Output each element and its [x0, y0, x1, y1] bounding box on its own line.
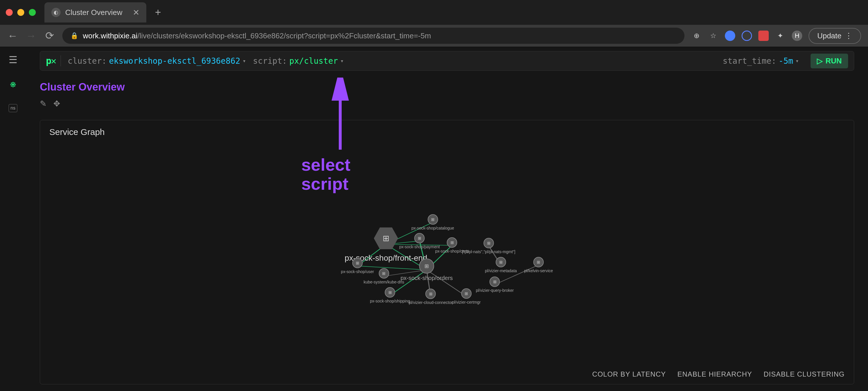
new-tab-button[interactable]: + — [155, 6, 161, 19]
main-content: p✕ cluster: eksworkshop-eksctl_6936e862 … — [26, 47, 868, 391]
service-graph-panel: Service Graph select script ⊞px-sock-sho… — [40, 120, 854, 384]
graph-node[interactable]: ⊞pl/vizier-certmgr — [452, 288, 481, 304]
node-label: pl/kelvin-service — [524, 268, 553, 273]
service-icon: ⊞ — [447, 237, 457, 248]
window-maximize-icon[interactable] — [29, 9, 36, 16]
move-icon[interactable]: ✥ — [53, 99, 60, 108]
service-icon: ⊞ — [352, 258, 363, 268]
service-icon: ⊞ — [374, 226, 398, 251]
node-label: pl/vizier-metadata — [485, 268, 517, 273]
graph-node[interactable]: ⊞px-sock-shop/catalogue — [411, 214, 454, 230]
script-label: script: — [253, 56, 287, 66]
address-bar[interactable]: 🔒 work.withpixie.ai/live/clusters/ekswor… — [62, 28, 684, 44]
enable-hierarchy-button[interactable]: ENABLE HIERARCHY — [678, 370, 752, 378]
graph-edges — [40, 144, 854, 364]
traffic-lights — [6, 9, 36, 16]
node-label: pl/vizier-certmgr — [452, 300, 481, 304]
service-icon: ⊞ — [490, 276, 500, 287]
service-icon: ⊞ — [496, 257, 506, 267]
play-icon: ▷ — [817, 57, 823, 65]
window-close-icon[interactable] — [6, 9, 13, 16]
graph-node[interactable]: ⊞["pl/pl-nats","pl/pl-nats-mgmt"] — [462, 238, 516, 254]
cluster-selector[interactable]: cluster: eksworkshop-eksctl_6936e862 ▾ — [68, 56, 246, 66]
update-button[interactable]: Update ⋮ — [809, 28, 861, 44]
service-icon: ⊞ — [533, 257, 544, 267]
page-actions: ✎ ✥ — [40, 99, 854, 108]
service-icon: ⊞ — [461, 288, 471, 299]
search-icon[interactable]: ⊕ — [691, 31, 702, 41]
menu-icon[interactable]: ☰ — [6, 53, 20, 67]
bookmark-icon[interactable]: ☆ — [708, 31, 718, 41]
service-icon: ⊞ — [379, 268, 389, 279]
run-button[interactable]: ▷ RUN — [811, 54, 848, 68]
annotation-arrow-icon — [329, 77, 352, 153]
app: ☰ ⎈ ns p✕ cluster: eksworkshop-eksctl_69… — [0, 47, 868, 391]
back-button[interactable]: ← — [7, 30, 19, 42]
service-icon: ⊞ — [419, 258, 434, 273]
disable-clustering-button[interactable]: DISABLE CLUSTERING — [764, 370, 845, 378]
service-icon: ⊞ — [484, 238, 494, 248]
node-label: kube-system/kube-dns — [364, 280, 404, 284]
tab-title: Cluster Overview — [65, 8, 122, 17]
top-controls: p✕ cluster: eksworkshop-eksctl_6936e862 … — [40, 51, 854, 71]
node-label: ["pl/pl-nats","pl/pl-nats-mgmt"] — [462, 250, 516, 254]
profile-avatar[interactable]: H — [792, 31, 802, 41]
pixie-logo-icon: p✕ — [46, 55, 61, 66]
graph-node[interactable]: ⊞kube-system/kube-dns — [364, 268, 404, 284]
panel-footer: COLOR BY LATENCY ENABLE HIERARCHY DISABL… — [40, 364, 854, 384]
chevron-down-icon: ▾ — [796, 57, 799, 64]
ns-badge: ns — [9, 104, 18, 112]
graph-node[interactable]: ⊞px-sock-shop/payment — [399, 233, 440, 249]
color-by-latency-button[interactable]: COLOR BY LATENCY — [592, 370, 666, 378]
namespace-button[interactable]: ns — [6, 101, 20, 115]
reload-button[interactable]: ⟳ — [44, 30, 55, 42]
start-time-label: start_time: — [723, 56, 776, 66]
node-label: px-sock-shop/orders — [401, 274, 453, 281]
graph-node[interactable]: ⊞px-sock-shop/orders — [401, 258, 453, 281]
extension-circle-icon[interactable] — [742, 31, 752, 41]
url-path: /live/clusters/eksworkshop-eksctl_6936e8… — [137, 31, 431, 40]
graph-area[interactable]: select script ⊞px-sock-shop/front-end⊞px… — [40, 144, 854, 364]
favicon-icon: ◐ — [51, 8, 61, 17]
chevron-down-icon: ▾ — [243, 57, 246, 64]
node-label: pl/vizier-cloud-connector — [409, 300, 453, 305]
page-title: Cluster Overview — [40, 81, 854, 93]
lock-icon: 🔒 — [70, 32, 78, 39]
browser-tab[interactable]: ◐ Cluster Overview ✕ — [44, 2, 146, 23]
service-icon: ⊞ — [426, 289, 436, 299]
nav-bar: ← → ⟳ 🔒 work.withpixie.ai/live/clusters/… — [0, 25, 868, 47]
script-value: px/cluster — [289, 56, 338, 66]
extension-diamond-icon[interactable] — [725, 31, 735, 41]
graph-node[interactable]: ⊞pl/kelvin-service — [524, 257, 553, 273]
graph-node[interactable]: ⊞pl/vizier-cloud-connector — [409, 289, 453, 305]
chevron-down-icon: ▾ — [340, 57, 344, 64]
edit-icon[interactable]: ✎ — [40, 99, 46, 108]
start-time-selector[interactable]: start_time: -5m ▾ — [723, 56, 799, 66]
window-minimize-icon[interactable] — [17, 9, 24, 16]
graph-node[interactable]: ⊞pl/vizier-metadata — [485, 257, 517, 273]
update-label: Update — [817, 31, 841, 40]
run-label: RUN — [826, 57, 842, 65]
sidebar: ☰ ⎈ ns — [0, 47, 26, 391]
node-label: px-sock-shop/shipping — [370, 299, 410, 303]
node-label: px-sock-shop/catalogue — [411, 226, 454, 230]
browser-chrome: ◐ Cluster Overview ✕ + ← → ⟳ 🔒 work.with… — [0, 0, 868, 47]
script-selector[interactable]: script: px/cluster ▾ — [253, 56, 344, 66]
url-host: work.withpixie.ai — [83, 31, 137, 40]
cluster-icon[interactable]: ⎈ — [6, 77, 20, 91]
kebab-icon: ⋮ — [845, 31, 852, 40]
service-icon: ⊞ — [414, 233, 425, 243]
forward-button[interactable]: → — [25, 30, 37, 42]
cluster-value: eksworkshop-eksctl_6936e862 — [109, 56, 240, 66]
cluster-label: cluster: — [68, 56, 107, 66]
service-icon: ⊞ — [428, 214, 438, 225]
node-label: pl/vizier-query-broker — [476, 288, 514, 293]
tab-bar: ◐ Cluster Overview ✕ + — [0, 0, 868, 25]
graph-node[interactable]: ⊞pl/vizier-query-broker — [476, 276, 514, 293]
extensions-icon[interactable]: ✦ — [775, 31, 785, 41]
extension-red-icon[interactable] — [758, 31, 769, 41]
browser-actions: ⊕ ☆ ✦ H Update ⋮ — [691, 28, 861, 44]
graph-node[interactable]: ⊞px-sock-shop/shipping — [370, 287, 410, 303]
start-time-value: -5m — [779, 56, 793, 66]
close-tab-icon[interactable]: ✕ — [133, 8, 140, 17]
